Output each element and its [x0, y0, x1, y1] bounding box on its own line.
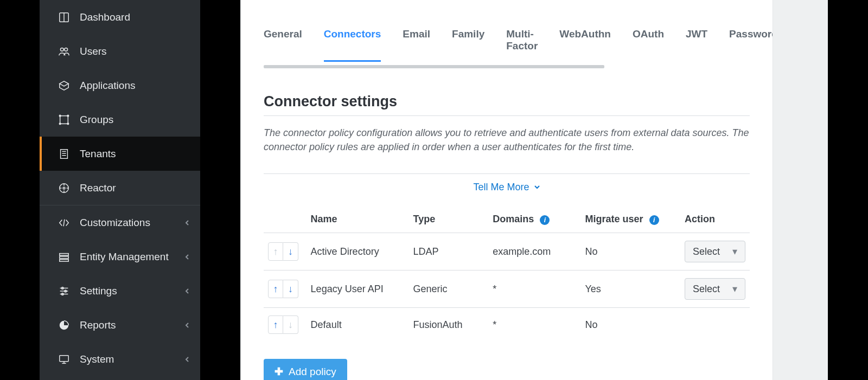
svg-rect-17 — [60, 256, 69, 259]
tab-password[interactable]: Password — [729, 28, 773, 62]
groups-icon — [58, 114, 70, 126]
caret-down-icon: ▾ — [732, 246, 737, 257]
entity-management-icon — [58, 251, 70, 263]
sidebar-item-entity-management[interactable]: Entity Management — [40, 240, 200, 274]
tab-general[interactable]: General — [264, 28, 302, 62]
info-icon[interactable]: i — [649, 215, 659, 225]
sidebar-item-reports[interactable]: Reports — [40, 308, 200, 342]
users-icon — [58, 46, 70, 57]
main-panel: GeneralConnectorsEmailFamilyMulti-Factor… — [240, 0, 773, 380]
svg-rect-18 — [60, 259, 69, 261]
row-action-label: Select — [693, 246, 720, 257]
col-migrate: Migrate user i — [581, 206, 681, 233]
tab-oauth[interactable]: OAuth — [633, 28, 664, 62]
col-domains-label: Domains — [493, 214, 534, 224]
cell-domains: * — [488, 308, 580, 342]
divider — [264, 115, 750, 116]
col-action: Action — [680, 206, 750, 233]
move-up-button[interactable]: ↑ — [268, 315, 283, 334]
svg-point-2 — [60, 48, 63, 51]
section-heading: Connector settings — [264, 93, 750, 110]
svg-rect-25 — [60, 355, 69, 361]
add-policy-label: Add policy — [289, 366, 336, 378]
policies-table: Name Type Domains i Migrate user i Actio… — [264, 206, 750, 342]
svg-point-14 — [63, 187, 65, 189]
cell-type: FusionAuth — [409, 308, 489, 342]
svg-rect-9 — [61, 149, 68, 158]
cell-name: Active Directory — [307, 233, 409, 270]
sidebar-item-applications[interactable]: Applications — [40, 68, 200, 102]
col-order — [264, 206, 307, 233]
info-icon[interactable]: i — [540, 215, 550, 225]
customizations-icon — [58, 217, 70, 229]
svg-line-15 — [63, 219, 65, 226]
dashboard-icon — [58, 11, 70, 23]
chevron-left-icon — [184, 319, 190, 331]
sidebar-item-label: Reports — [80, 319, 116, 331]
move-up-button[interactable]: ↑ — [268, 280, 283, 298]
tell-me-more-link[interactable]: Tell Me More — [264, 173, 750, 201]
sidebar-item-reactor[interactable]: Reactor — [40, 171, 200, 205]
sidebar-item-label: Reactor — [80, 182, 116, 194]
sidebar-item-label: Groups — [80, 114, 113, 126]
tab-jwt[interactable]: JWT — [686, 28, 707, 62]
sidebar-item-label: Applications — [80, 80, 135, 92]
chevron-left-icon — [184, 353, 190, 365]
tell-me-more-label: Tell Me More — [473, 182, 529, 193]
sidebar-item-settings[interactable]: Settings — [40, 274, 200, 308]
sidebar-item-dashboard[interactable]: Dashboard — [40, 0, 200, 34]
tab-webauthn[interactable]: WebAuthn — [559, 28, 611, 62]
cell-domains: example.com — [488, 233, 580, 270]
chevron-down-icon — [534, 182, 540, 193]
row-action-label: Select — [693, 284, 720, 295]
move-down-button[interactable]: ↓ — [283, 242, 298, 261]
tab-connectors[interactable]: Connectors — [324, 28, 381, 62]
table-row: ↑↓Legacy User APIGeneric*YesSelect▾ — [264, 270, 750, 308]
tabs: GeneralConnectorsEmailFamilyMulti-Factor… — [241, 28, 773, 62]
tab-email[interactable]: Email — [403, 28, 430, 62]
system-icon — [58, 353, 70, 365]
move-down-button[interactable]: ↓ — [283, 280, 298, 298]
col-migrate-label: Migrate user — [585, 214, 643, 224]
sidebar-item-customizations[interactable]: Customizations — [40, 205, 200, 240]
settings-icon — [58, 285, 70, 297]
col-name: Name — [307, 206, 409, 233]
sidebar-item-system[interactable]: System — [40, 342, 200, 376]
tab-multi-factor[interactable]: Multi-Factor — [506, 28, 538, 62]
sidebar-item-users[interactable]: Users — [40, 34, 200, 68]
move-up-button: ↑ — [268, 242, 283, 261]
sidebar-item-label: Entity Management — [80, 251, 169, 263]
cell-action — [680, 308, 750, 342]
cell-domains: * — [488, 270, 580, 308]
cell-type: LDAP — [409, 233, 489, 270]
sidebar-item-label: Tenants — [80, 148, 116, 160]
tab-family[interactable]: Family — [452, 28, 484, 62]
table-row: ↑↓DefaultFusionAuth*No — [264, 308, 750, 342]
svg-point-3 — [65, 48, 68, 51]
reactor-icon — [58, 182, 70, 194]
page-gutter — [773, 0, 828, 380]
svg-rect-16 — [60, 253, 69, 255]
sidebar-item-label: Users — [80, 46, 107, 57]
sidebar-item-tenants[interactable]: Tenants — [40, 137, 200, 171]
cell-migrate: No — [581, 308, 681, 342]
sidebar-item-groups[interactable]: Groups — [40, 102, 200, 137]
sidebar-item-label: System — [80, 353, 114, 365]
add-policy-button[interactable]: ✚ Add policy — [264, 359, 347, 380]
caret-down-icon: ▾ — [732, 283, 737, 295]
cell-action: Select▾ — [680, 270, 750, 308]
sidebar: DashboardUsersApplicationsGroupsTenantsR… — [40, 0, 200, 380]
move-down-button: ↓ — [283, 315, 298, 334]
svg-rect-4 — [60, 115, 68, 124]
cell-action: Select▾ — [680, 233, 750, 270]
sidebar-item-label: Settings — [80, 285, 117, 297]
cell-type: Generic — [409, 270, 489, 308]
row-action-select[interactable]: Select▾ — [685, 241, 745, 262]
applications-icon — [58, 80, 70, 92]
row-action-select[interactable]: Select▾ — [685, 278, 745, 300]
chevron-left-icon — [184, 217, 190, 229]
reports-icon — [58, 319, 70, 331]
col-type: Type — [409, 206, 489, 233]
col-domains: Domains i — [488, 206, 580, 233]
plus-icon: ✚ — [275, 365, 283, 378]
